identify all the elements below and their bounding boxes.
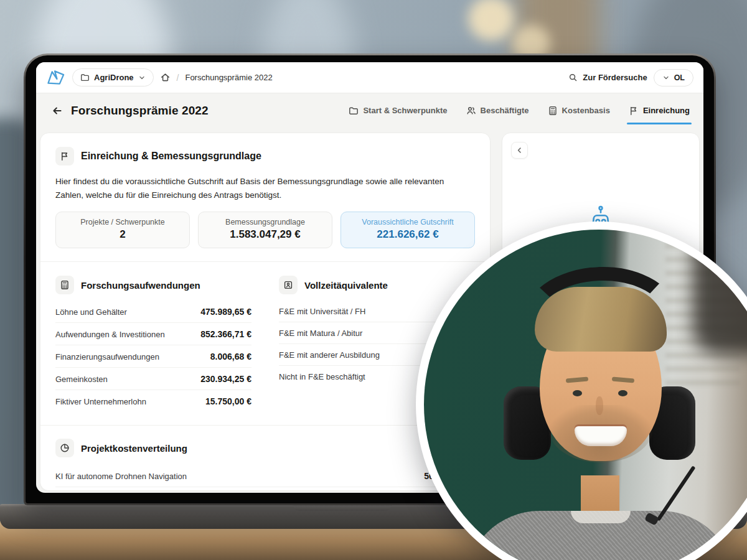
tab-label: Kostenbasis <box>562 106 610 115</box>
row-value: 230.934,25 € <box>200 374 251 384</box>
tab-beschaeftigte[interactable]: Beschäftigte <box>466 93 529 128</box>
presenter-eye <box>573 390 582 396</box>
back-button[interactable] <box>52 105 63 116</box>
submission-description: Hier findest du die voraussichtliche Gut… <box>55 175 459 202</box>
table-row: Finanzierungsaufwendungen 8.006,68 € <box>55 345 251 368</box>
presenter-collar <box>571 511 631 523</box>
row-label: F&E mit Universität / FH <box>279 307 365 316</box>
row-label: Nicht in F&E beschäftigt <box>279 372 365 381</box>
calculator-icon <box>55 276 74 294</box>
tab-start-schwerpunkte[interactable]: Start & Schwerpunkte <box>349 93 447 128</box>
tab-einreichung[interactable]: Einreichung <box>629 93 690 128</box>
row-label: Gemeinkosten <box>55 375 108 384</box>
project-costs-section: Projektkostenverteilung KI für autonome … <box>55 439 475 487</box>
funding-search-label: Zur Fördersuche <box>583 73 647 82</box>
flag-icon <box>629 106 639 116</box>
search-icon <box>568 73 578 82</box>
chevron-down-icon <box>662 74 670 82</box>
collapse-panel-button[interactable] <box>511 142 528 159</box>
table-row: KI für autonome Drohnen Navigation 568.3… <box>55 465 475 487</box>
stat-value: 221.626,62 € <box>344 228 472 241</box>
page-header: Forschungsprämie 2022 Start & Schwerpunk… <box>36 93 703 128</box>
table-row: Gemeinkosten 230.934,25 € <box>55 368 251 390</box>
tab-label: Start & Schwerpunkte <box>363 106 447 115</box>
user-initials: OL <box>674 73 685 82</box>
row-label: F&E mit anderer Ausbildung <box>279 350 380 360</box>
flag-icon <box>55 147 74 166</box>
stat-value: 1.583.047,29 € <box>201 228 329 241</box>
pie-chart-icon <box>55 439 74 457</box>
row-label: Finanzierungsaufwendungen <box>55 352 159 362</box>
stat-label: Bemessungsgrundlage <box>201 218 329 226</box>
user-menu[interactable]: OL <box>654 69 693 86</box>
stats-row: Projekte / Schwerpunkte 2 Bemessungsgrun… <box>55 212 475 248</box>
stat-projekte: Projekte / Schwerpunkte 2 <box>55 212 190 248</box>
presenter-smile <box>575 426 627 446</box>
presenter-photo <box>424 230 747 560</box>
row-value: 8.006,68 € <box>210 352 251 362</box>
home-icon[interactable] <box>160 72 171 83</box>
folder-icon <box>349 106 359 116</box>
chevron-down-icon <box>138 74 146 82</box>
stat-label: Projekte / Schwerpunkte <box>59 218 187 226</box>
person-badge-icon <box>279 276 298 294</box>
stat-value: 2 <box>59 228 187 241</box>
row-label: Fiktiver Unternehmerlohn <box>55 397 146 406</box>
row-label: Löhne und Gehälter <box>55 307 127 317</box>
divider <box>40 261 490 262</box>
presenter-nose <box>596 396 603 415</box>
folder-icon <box>80 73 90 82</box>
scene: AgriDrone / Forschungsprämie 2022 <box>0 0 747 560</box>
tab-bar: Start & Schwerpunkte Beschäftigte <box>349 93 690 128</box>
row-label: KI für autonome Drohnen Navigation <box>55 472 187 481</box>
row-value: 475.989,65 € <box>200 307 251 317</box>
bokeh-light <box>468 0 514 41</box>
calculator-icon <box>548 106 558 116</box>
section-title: Projektkostenverteilung <box>81 443 187 454</box>
submission-title: Einreichung & Bemessungsgrundlage <box>81 151 261 162</box>
table-row: Aufwendungen & Investitionen 852.366,71 … <box>55 323 251 345</box>
table-row: Fiktiver Unternehmerlohn 15.750,00 € <box>55 390 251 412</box>
stat-label: Voraussichtliche Gutschrift <box>344 218 472 226</box>
presenter-eye <box>618 390 627 396</box>
stat-gutschrift: Voraussichtliche Gutschrift 221.626,62 € <box>341 212 475 248</box>
table-row: Löhne und Gehälter 475.989,65 € <box>55 301 251 323</box>
row-label: F&E mit Matura / Abitur <box>279 329 362 338</box>
app-logo[interactable] <box>46 69 66 86</box>
section-title: Vollzeitäquivalente <box>304 280 388 291</box>
row-label: Aufwendungen & Investitionen <box>55 330 165 339</box>
project-switcher[interactable]: AgriDrone <box>72 68 154 86</box>
tab-label: Einreichung <box>643 106 690 115</box>
page-title: Forschungsprämie 2022 <box>71 104 209 118</box>
row-value: 852.366,71 € <box>200 329 251 339</box>
people-icon <box>466 106 476 116</box>
tab-kostenbasis[interactable]: Kostenbasis <box>548 93 610 128</box>
section-title: Forschungsaufwendungen <box>81 280 200 291</box>
tab-label: Beschäftigte <box>481 106 529 115</box>
project-name: AgriDrone <box>94 73 134 82</box>
breadcrumb-separator: / <box>177 73 179 83</box>
row-value: 15.750,00 € <box>205 396 251 406</box>
breadcrumb-current: Forschungsprämie 2022 <box>185 73 272 82</box>
funding-search-link[interactable]: Zur Fördersuche <box>568 73 647 82</box>
research-expenses-section: Forschungsaufwendungen Löhne und Gehälte… <box>55 275 251 412</box>
stat-bemessungsgrundlage: Bemessungsgrundlage 1.583.047,29 € <box>198 212 332 248</box>
topbar: AgriDrone / Forschungsprämie 2022 <box>36 62 703 93</box>
